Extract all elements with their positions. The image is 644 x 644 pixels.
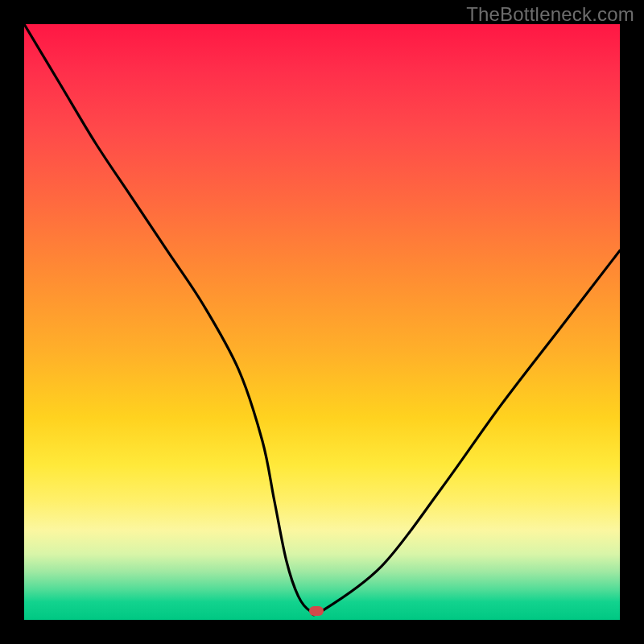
chart-frame: TheBottleneck.com	[0, 0, 644, 644]
minimum-marker	[309, 606, 324, 616]
bottleneck-curve	[24, 24, 620, 620]
plot-area	[24, 24, 620, 620]
watermark-text: TheBottleneck.com	[466, 3, 634, 26]
